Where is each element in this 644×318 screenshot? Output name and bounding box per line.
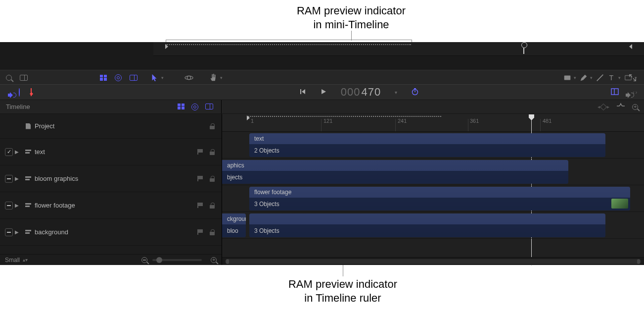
lock-icon[interactable] xyxy=(209,229,216,236)
visibility-checkbox[interactable] xyxy=(5,175,13,183)
clip-thumbnail xyxy=(611,199,628,209)
updown-icon: ▴▾ xyxy=(23,258,28,262)
ruler-tick-label: 121 xyxy=(323,118,332,124)
track-row[interactable]: ckgroundbloo3 Objects xyxy=(222,212,644,239)
visibility-checkbox[interactable] xyxy=(5,228,13,236)
disclosure-triangle-icon[interactable]: ▶ xyxy=(15,176,22,181)
layer-name: flower footage xyxy=(32,202,197,209)
clip[interactable]: 3 Objects xyxy=(249,213,605,237)
mini-out-point-icon xyxy=(629,44,632,49)
canvas-toolbar: ▾ ▾ ▾ ▾ T ▾ ▾ xyxy=(143,70,644,85)
chevron-down-icon[interactable]: ▾ xyxy=(395,90,397,95)
lock-icon[interactable] xyxy=(209,175,216,182)
gear-icon[interactable] xyxy=(191,104,198,110)
panels-icon[interactable] xyxy=(130,75,138,81)
scrollbar-track xyxy=(225,259,641,264)
lock-icon[interactable] xyxy=(209,123,216,130)
timeline-header: Timeline ◂▸ xyxy=(0,100,644,114)
layer-row-project[interactable]: Project xyxy=(0,114,222,139)
gear-icon[interactable] xyxy=(115,74,122,81)
layer-row[interactable]: ✓▶text xyxy=(0,139,222,165)
select-tool[interactable]: ▾ xyxy=(150,73,164,82)
zoom-in-icon[interactable] xyxy=(211,257,217,263)
visibility-checkbox[interactable] xyxy=(5,202,13,210)
play-icon[interactable] xyxy=(320,88,327,97)
lock-icon[interactable] xyxy=(209,202,216,209)
clip[interactable]: text2 Objects xyxy=(249,133,605,157)
ruler-tick-label: 241 xyxy=(398,118,407,124)
panel-layout-icon[interactable] xyxy=(20,75,28,81)
zoom-out-icon[interactable] xyxy=(141,257,147,263)
record-icon[interactable] xyxy=(31,89,32,96)
orbit-tool[interactable] xyxy=(184,73,193,82)
clip-subtitle: 3 Objects xyxy=(249,198,630,211)
timeline-header-label: Timeline xyxy=(0,103,36,110)
timeline-ruler[interactable]: 1121241361481 xyxy=(222,114,644,132)
disclosure-triangle-icon[interactable]: ▶ xyxy=(15,229,22,235)
pan-tool[interactable]: ▾ xyxy=(209,73,223,82)
ruler-tick-label: 481 xyxy=(543,118,552,124)
flag-icon[interactable] xyxy=(197,229,204,236)
track-row[interactable]: aphicsbjects xyxy=(222,159,644,185)
pen-tool[interactable]: ▾ xyxy=(579,73,593,82)
clip[interactable]: aphicsbjects xyxy=(222,160,568,184)
disclosure-triangle-icon[interactable]: ▶ xyxy=(15,203,22,208)
scrollbar-grip-right[interactable] xyxy=(637,259,640,264)
lock-icon[interactable] xyxy=(209,149,216,156)
keyframe-nav[interactable]: ◂▸ xyxy=(598,104,609,109)
chevron-down-icon: ▾ xyxy=(618,75,621,80)
ruler-tick-label: 1 xyxy=(251,118,254,124)
zoom-slider[interactable] xyxy=(152,259,202,261)
search-icon[interactable] xyxy=(6,75,12,81)
flag-icon[interactable] xyxy=(197,202,204,209)
go-to-start-icon[interactable] xyxy=(299,88,306,97)
layer-name: Project xyxy=(32,122,209,130)
flag-icon[interactable] xyxy=(197,149,204,156)
visibility-checkbox[interactable]: ✓ xyxy=(5,148,13,156)
checker-icon[interactable] xyxy=(178,104,184,109)
svg-point-0 xyxy=(187,76,190,79)
clip-subtitle: bloo xyxy=(222,224,246,237)
timecode-display[interactable]: 000470 xyxy=(341,86,381,99)
layer-list: Project ✓▶text▶bloom graphics▶flower foo… xyxy=(0,114,222,265)
annotation-top: RAM preview indicatorin mini-Timeline xyxy=(272,4,430,31)
scrollbar-grip-left[interactable] xyxy=(226,259,229,264)
panels-icon[interactable] xyxy=(205,104,213,109)
project-pane-top xyxy=(0,42,153,70)
loop-icon[interactable] xyxy=(19,89,20,96)
text-tool[interactable]: T ▾ xyxy=(607,73,621,82)
ram-preview-indicator-ruler xyxy=(248,116,441,117)
svg-point-1 xyxy=(185,76,193,79)
layer-row[interactable]: ▶bloom graphics xyxy=(0,165,222,192)
layer-row[interactable]: ▶flower footage xyxy=(0,192,222,219)
clip-title: ckground xyxy=(222,213,246,224)
zoom-in-icon[interactable] xyxy=(632,104,638,110)
mini-timeline[interactable] xyxy=(153,42,644,56)
layer-row[interactable]: ▶background xyxy=(0,219,222,246)
line-tool[interactable] xyxy=(596,73,604,82)
svg-rect-9 xyxy=(611,89,618,95)
disclosure-triangle-icon[interactable]: ▶ xyxy=(15,149,22,155)
fullscreen-icon[interactable] xyxy=(628,73,637,82)
stopwatch-icon[interactable] xyxy=(411,88,419,97)
checker-icon[interactable] xyxy=(100,75,107,81)
snap-icon[interactable] xyxy=(616,103,625,111)
fill-tool[interactable]: ▾ xyxy=(563,73,576,82)
clip-subtitle: bjects xyxy=(222,171,568,184)
clip-title: flower footage xyxy=(249,187,630,198)
app-window: ▾ ▾ ▾ ▾ T ▾ ▾ xyxy=(0,42,644,265)
clip[interactable]: flower footage3 ObjectsIM xyxy=(249,187,630,211)
flag-icon[interactable] xyxy=(197,175,204,182)
horizontal-scrollbar[interactable] xyxy=(222,257,644,265)
svg-text:T: T xyxy=(609,74,614,82)
slider-thumb[interactable] xyxy=(156,257,162,263)
marker-view-icon[interactable] xyxy=(611,88,619,97)
timeline-tracks[interactable]: 1121241361481 text2 Objectsaphicsbjectsf… xyxy=(222,114,644,265)
timecode-dim: 000 xyxy=(341,86,361,99)
track-row[interactable]: flower footage3 ObjectsIM xyxy=(222,185,644,212)
track-row[interactable]: text2 Objects xyxy=(222,132,644,159)
mini-playhead[interactable] xyxy=(523,43,524,54)
clip[interactable]: ckgroundbloo xyxy=(222,213,246,237)
library-toolbar xyxy=(0,70,143,85)
row-size-selector[interactable]: Small▴▾ xyxy=(5,257,28,264)
